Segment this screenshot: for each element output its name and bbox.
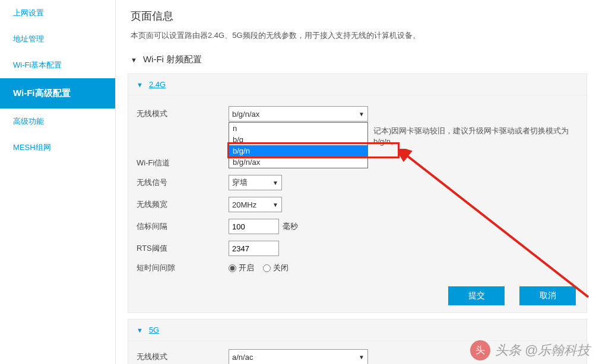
watermark-icon: 头 [470,340,490,360]
short-gap-off-label: 关闭 [273,263,289,273]
panel-5g-header[interactable]: ▼ 5G [128,320,587,341]
sidebar-item-address[interactable]: 地址管理 [0,26,115,52]
sidebar-item-wifi-advanced[interactable]: Wi-Fi高级配置 [0,78,115,108]
wireless-mode-select[interactable]: b/g/n/ax ▼ [229,106,368,122]
beacon-input[interactable] [229,219,279,234]
short-gap-on[interactable]: 开启 [229,263,254,273]
panel-24g-title: 2.4G [149,80,166,89]
bandwidth-select[interactable]: 20MHz ▼ [229,197,282,212]
dropdown-option-bgn[interactable]: b/g/n [229,145,367,157]
triangle-down-icon: ▼ [137,327,143,334]
wireless-mode-value: b/g/n/ax [232,110,259,119]
bandwidth-value: 20MHz [232,200,256,209]
rts-input[interactable] [229,241,279,256]
chevron-down-icon: ▼ [359,354,364,360]
sidebar-item-internet[interactable]: 上网设置 [0,0,115,26]
signal-value: 穿墙 [232,177,248,188]
wireless-mode-5g-select[interactable]: a/n/ac ▼ [229,349,368,364]
short-gap-off[interactable]: 关闭 [263,263,289,273]
wireless-mode-hint: 记本)因网卡驱动较旧，建议升级网卡驱动或者切换模式为b/g/n。 [373,126,587,147]
watermark-text: 头条 @乐翰科技 [495,341,590,359]
section-rf-title: Wi-Fi 射频配置 [143,54,202,65]
chevron-down-icon: ▼ [272,202,278,208]
beacon-label: 信标间隔 [137,221,229,232]
submit-button[interactable]: 提交 [448,286,505,305]
dropdown-option-n[interactable]: n [229,123,367,134]
cancel-button[interactable]: 取消 [519,286,576,305]
radio-off[interactable] [263,264,271,272]
wireless-mode-label: 无线模式 [137,108,229,119]
wireless-mode-5g-label: 无线模式 [137,352,229,362]
page-title: 页面信息 [131,9,587,23]
bandwidth-label: 无线频宽 [137,199,229,210]
short-gap-on-label: 开启 [239,263,254,273]
panel-24g: ▼ 2.4G 无线模式 b/g/n/ax ▼ n b/g b/g/n b/g/n… [128,74,587,313]
section-rf-header[interactable]: ▼ Wi-Fi 射频配置 [131,54,587,65]
beacon-unit: 毫秒 [283,221,298,232]
chevron-down-icon: ▼ [359,111,364,117]
panel-5g-title: 5G [149,325,159,334]
short-gap-label: 短时间间隙 [137,263,229,273]
watermark: 头 头条 @乐翰科技 [470,340,590,360]
signal-label: 无线信号 [137,177,229,188]
channel-label: Wi-Fi信道 [137,158,229,168]
wireless-mode-5g-value: a/n/ac [232,353,253,362]
triangle-down-icon: ▼ [137,81,143,88]
dropdown-option-bg[interactable]: b/g [229,134,367,145]
rts-label: RTS阈值 [137,243,229,254]
triangle-down-icon: ▼ [131,56,137,63]
wireless-mode-dropdown: n b/g b/g/n b/g/n/ax [229,122,368,168]
sidebar: 上网设置 地址管理 Wi-Fi基本配置 Wi-Fi高级配置 高级功能 MESH组… [0,0,116,364]
main-content: 页面信息 本页面可以设置路由器2.4G、5G频段的无线参数，用于接入支持无线的计… [116,0,596,364]
sidebar-item-wifi-basic[interactable]: Wi-Fi基本配置 [0,52,115,78]
sidebar-item-advanced[interactable]: 高级功能 [0,108,115,135]
dropdown-option-bgnax[interactable]: b/g/n/ax [229,157,367,168]
chevron-down-icon: ▼ [272,180,278,186]
page-desc: 本页面可以设置路由器2.4G、5G频段的无线参数，用于接入支持无线的计算机设备。 [131,30,587,41]
signal-select[interactable]: 穿墙 ▼ [229,175,282,190]
sidebar-item-mesh[interactable]: MESH组网 [0,135,115,161]
radio-on[interactable] [229,264,236,272]
panel-24g-header[interactable]: ▼ 2.4G [128,74,587,95]
